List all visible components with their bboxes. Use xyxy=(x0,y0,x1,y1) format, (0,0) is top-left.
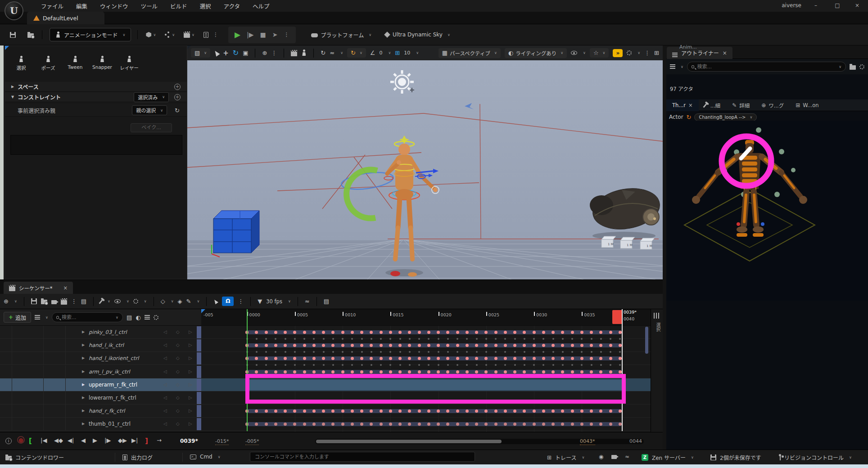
expand-icon[interactable]: ▶ xyxy=(82,422,85,426)
keyframe[interactable] xyxy=(542,331,545,334)
track-row-upperarm_r_fk_ctrl[interactable]: ▶upperarm_r_fk_ctrl◁◇▷ xyxy=(0,378,201,392)
keyframe[interactable] xyxy=(341,423,344,426)
keyframe[interactable] xyxy=(265,331,268,334)
keyframe[interactable] xyxy=(312,344,316,347)
transport-loop-start[interactable]: [ xyxy=(29,437,32,445)
curve-tool-icon[interactable]: ≈ xyxy=(330,50,335,56)
outliner-search-input[interactable] xyxy=(697,64,834,70)
transport-jump-to-end[interactable]: ▶| xyxy=(131,437,138,444)
playback-options-icon[interactable] xyxy=(133,299,138,304)
track-lane-hand_l_ik_ctrl[interactable] xyxy=(201,339,651,352)
refresh-actor-icon[interactable]: ↻ xyxy=(687,114,692,121)
keyframe[interactable] xyxy=(609,331,612,334)
camera-options-icon[interactable]: ⋮ xyxy=(71,298,77,305)
timeline-scrollbar-thumb[interactable] xyxy=(316,440,502,443)
output-log-button[interactable]: 出力ログ xyxy=(122,454,153,461)
keyframe[interactable] xyxy=(456,331,459,334)
show-flags-icon[interactable] xyxy=(571,51,577,55)
keyframe[interactable] xyxy=(533,370,536,374)
wand-dropdown[interactable]: ☆∨ xyxy=(590,48,609,58)
menu-item-2[interactable]: ウィンドウ xyxy=(94,0,134,13)
keyframe[interactable] xyxy=(456,423,459,426)
keyframe[interactable] xyxy=(619,331,622,334)
transport-previous-key[interactable]: ◀◆ xyxy=(54,437,63,444)
detail-tab-0[interactable]: Th...r× xyxy=(666,99,699,111)
keyframe[interactable] xyxy=(265,357,268,360)
keyframe[interactable] xyxy=(494,344,497,347)
menu-item-6[interactable]: アクタ xyxy=(218,0,246,13)
keyframe[interactable] xyxy=(446,370,449,374)
revision-control-dropdown[interactable]: リビジョンコントロール ∨ xyxy=(780,454,852,461)
keyframe[interactable] xyxy=(590,370,593,374)
keyframe[interactable] xyxy=(456,357,459,360)
insights-icon[interactable]: ◉ xyxy=(599,454,603,460)
anim-tool-tab-Tween[interactable]: Tween xyxy=(63,56,87,71)
add-actor-icon[interactable] xyxy=(146,32,151,37)
add-key-icon[interactable]: ◇ xyxy=(176,342,180,347)
select-mode-dropdown[interactable]: ▧∨ xyxy=(191,48,210,58)
menu-item-3[interactable]: ツール xyxy=(135,0,164,13)
keyframe[interactable] xyxy=(619,410,622,413)
list-view-icon[interactable] xyxy=(145,315,150,316)
transport-next-key[interactable]: ◆▶ xyxy=(118,437,127,444)
add-folder-icon[interactable] xyxy=(850,65,856,70)
menu-item-1[interactable]: 編集 xyxy=(70,0,93,13)
keyframe[interactable] xyxy=(265,370,268,374)
frame-skip-button[interactable]: |▶ xyxy=(247,31,253,38)
unsaved-button[interactable]: 2個が未保存です xyxy=(710,454,761,461)
transport-play-reverse[interactable]: ◀ xyxy=(81,437,86,444)
keyframe[interactable] xyxy=(303,370,306,374)
track-row-hand_l_ik_ctrl[interactable]: ▶hand_l_ik_ctrl◁◇▷ xyxy=(0,339,201,352)
keyframe[interactable] xyxy=(619,344,622,347)
actor-select-dropdown[interactable]: ChantingB_loopA --> ∨ xyxy=(694,113,757,121)
keyframe[interactable] xyxy=(609,357,612,360)
keyframe[interactable] xyxy=(341,357,344,360)
stop-button[interactable]: ■ xyxy=(260,31,266,38)
keyframe[interactable] xyxy=(303,357,306,360)
expand-icon[interactable]: ▶ xyxy=(82,343,85,347)
keyframe[interactable] xyxy=(571,423,574,426)
render-queue-icon[interactable]: ▤ xyxy=(81,298,86,305)
keyframe[interactable] xyxy=(571,410,574,413)
rig-picker[interactable] xyxy=(666,121,868,301)
prev-key-icon[interactable]: ◁ xyxy=(163,395,167,400)
browse-sequence-icon[interactable] xyxy=(41,300,47,304)
keyframe[interactable] xyxy=(418,357,421,360)
keyframe[interactable] xyxy=(360,370,363,374)
transport-jump-to-start[interactable]: |◀ xyxy=(41,437,47,444)
keyframe[interactable] xyxy=(418,410,421,413)
range-in[interactable]: -015* xyxy=(215,438,229,445)
keyframe[interactable] xyxy=(504,410,507,413)
range-out[interactable]: 0043* xyxy=(580,438,595,445)
keyframe[interactable] xyxy=(265,344,268,347)
keyframe[interactable] xyxy=(580,370,583,374)
world-space-icon[interactable]: ⊕ xyxy=(262,50,267,56)
ultra-dynamic-sky-dropdown[interactable]: Ultra Dynamic Sky ∨ xyxy=(385,32,450,38)
constraint-section-header[interactable]: ▼ コンストレイント 選択済み ∨ + xyxy=(5,92,187,102)
next-key-icon[interactable]: ▷ xyxy=(189,369,192,374)
grid-snap-value[interactable]: 10 xyxy=(404,50,410,56)
collapse-view-icon[interactable]: ▤ xyxy=(127,314,132,321)
viewport-settings-icon[interactable] xyxy=(627,50,632,55)
expand-view-icon[interactable]: ◐ xyxy=(136,314,140,321)
keyframe[interactable] xyxy=(380,410,383,413)
keyframe[interactable] xyxy=(580,344,583,347)
view-mode-dropdown[interactable]: ◐ライティングあり∨ xyxy=(505,48,567,58)
keyframe[interactable] xyxy=(341,370,344,374)
keyframe[interactable] xyxy=(427,344,430,347)
keyframe[interactable] xyxy=(351,370,354,374)
actor-select-icon[interactable] xyxy=(301,50,307,56)
keyframe[interactable] xyxy=(312,410,316,413)
keyframe[interactable] xyxy=(599,370,602,374)
keyframe[interactable] xyxy=(408,370,411,374)
select-edit-icon[interactable] xyxy=(213,298,218,304)
editor-mode-dropdown[interactable]: アニメーションモード ∨ xyxy=(50,28,131,41)
sliders-icon[interactable] xyxy=(654,313,655,319)
track-row-hand_r_fk_ctrl[interactable]: ▶hand_r_fk_ctrl◁◇▷ xyxy=(0,405,201,418)
blueprints-icon[interactable] xyxy=(165,34,167,36)
next-key-icon[interactable]: ▷ xyxy=(189,408,192,413)
keyframe[interactable] xyxy=(312,331,316,334)
keyframe[interactable] xyxy=(274,344,277,347)
keyframe[interactable] xyxy=(456,370,459,374)
next-key-icon[interactable]: ▷ xyxy=(189,356,192,360)
